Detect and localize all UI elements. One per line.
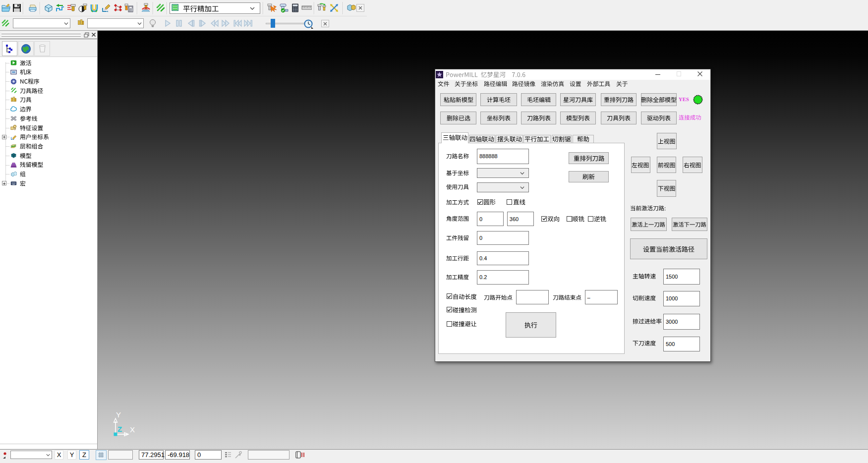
svg-text:Z: Z [117, 425, 122, 433]
svg-text:Y: Y [116, 411, 121, 419]
svg-text:X: X [130, 425, 135, 434]
